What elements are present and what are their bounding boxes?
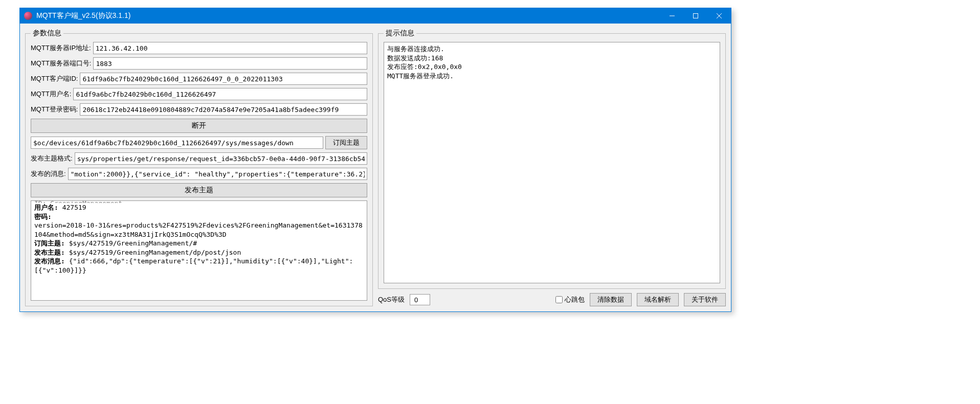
svg-rect-1 [694,14,698,18]
server-port-label: MQTT服务器端口号: [31,59,91,68]
minimize-button[interactable] [660,8,684,24]
server-ip-label: MQTT服务器IP地址: [31,43,91,53]
publish-topic-input[interactable] [75,152,367,165]
username-input[interactable] [73,88,367,100]
client-id-label: MQTT客户端ID: [31,74,78,83]
publish-topic-label: 发布主题格式: [31,154,73,163]
params-legend: 参数信息 [31,29,63,38]
log-pass-value: version=2018-10-31&res=products%2F427519… [34,221,363,238]
username-label: MQTT用户名: [31,89,71,99]
log-pub-value: $sys/427519/GreeningManagement/dp/post/j… [69,249,241,256]
dns-resolve-button[interactable]: 域名解析 [637,293,679,306]
disconnect-button[interactable]: 断开 [31,119,367,133]
publish-msg-input[interactable] [68,168,367,180]
titlebar[interactable]: MQTT客户端_v2.5(协议3.1.1) [20,8,731,24]
subscribe-topic-input[interactable] [31,137,323,149]
log-user-value: 427519 [62,204,86,211]
password-label: MQTT登录密码: [31,105,78,114]
heartbeat-label: 心跳包 [565,295,585,304]
bottom-bar: QoS等级 心跳包 清除数据 域名解析 关于软件 [378,293,726,306]
lower-log-area[interactable]: ID: GreeningManagement 用户名: 427519 密码: v… [31,200,367,301]
app-icon [24,12,32,20]
clear-data-button[interactable]: 清除数据 [590,293,632,306]
log-sub-label: 订阅主题: [34,239,69,247]
tips-legend: 提示信息 [384,29,416,38]
subscribe-button[interactable]: 订阅主题 [325,136,367,149]
window-controls [660,8,731,24]
server-ip-input[interactable] [93,42,367,54]
log-sub-value: $sys/427519/GreeningManagement/# [69,239,197,247]
publish-msg-label: 发布的消息: [31,169,66,178]
maximize-button[interactable] [684,8,707,24]
log-pub-label: 发布主题: [34,249,69,256]
window-title: MQTT客户端_v2.5(协议3.1.1) [36,11,660,20]
heartbeat-checkbox-wrap[interactable]: 心跳包 [555,295,585,304]
client-id-input[interactable] [80,73,367,85]
log-msg-label: 发布消息: [34,257,69,265]
heartbeat-checkbox[interactable] [555,296,563,303]
log-user-label: 用户名: [34,204,62,211]
right-panel: 提示信息 与服务器连接成功. 数据发送成功:168 发布应答:0x2,0x0,0… [378,29,726,306]
tips-fieldset: 提示信息 与服务器连接成功. 数据发送成功:168 发布应答:0x2,0x0,0… [378,29,726,289]
log-msg-value: {"id":666,"dp":{"temperature":[{"v":21}]… [34,257,353,274]
log-pass-label: 密码: [34,213,52,220]
server-port-input[interactable] [93,57,367,70]
qos-label: QoS等级 [378,295,405,304]
left-panel: 参数信息 MQTT服务器IP地址: MQTT服务器端口号: MQTT客户端ID:… [25,29,373,306]
password-input[interactable] [80,103,367,116]
tips-textarea[interactable]: 与服务器连接成功. 数据发送成功:168 发布应答:0x2,0x0,0x0 MQ… [384,42,720,283]
app-window: MQTT客户端_v2.5(协议3.1.1) 参数信息 MQTT服务器IP地址: [19,8,731,312]
qos-spinner[interactable] [410,294,430,305]
about-button[interactable]: 关于软件 [684,293,726,306]
close-button[interactable] [707,8,731,24]
content-area: 参数信息 MQTT服务器IP地址: MQTT服务器端口号: MQTT客户端ID:… [20,24,731,311]
publish-button[interactable]: 发布主题 [31,183,367,197]
params-fieldset: 参数信息 MQTT服务器IP地址: MQTT服务器端口号: MQTT客户端ID:… [25,29,373,306]
